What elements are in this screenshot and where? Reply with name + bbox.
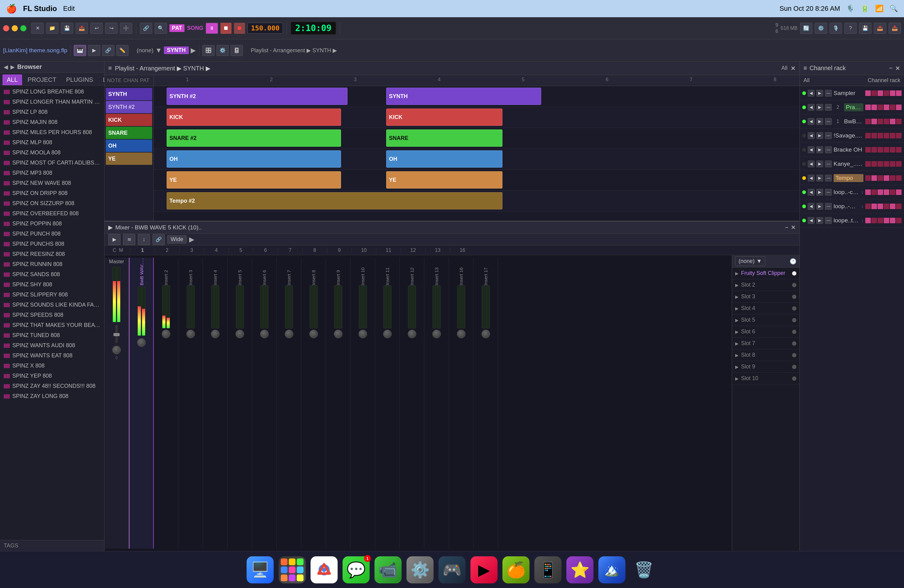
l8-btn2[interactable]: ▶ [816, 203, 823, 210]
tempo-pad5[interactable] [890, 175, 895, 181]
mixer-button[interactable]: 🎚️ [231, 45, 243, 56]
channel-rack-min[interactable]: − [889, 65, 893, 72]
slot8-dot[interactable] [792, 353, 797, 357]
slot2-dot[interactable] [792, 283, 797, 287]
browser-list-item[interactable]: SPINZ TUNED 808 [0, 330, 104, 340]
browser-list-item[interactable]: SPINZ MOST OF CARTI ADLIBS 808 [0, 158, 104, 168]
channel-savage[interactable]: ◀ ▶ — !Savage..Snare] [800, 128, 904, 143]
plugin-slot-7[interactable]: ▶ Slot 7 [732, 338, 800, 349]
browser-back[interactable]: ◀ [4, 64, 8, 70]
minimize-button[interactable] [12, 25, 18, 32]
browser-list-item[interactable]: SPINZ MP3 808 [0, 168, 104, 178]
dock-settings[interactable]: ⚙️ [406, 556, 433, 583]
mixer-link[interactable]: 🔗 [153, 234, 165, 245]
dock-steam[interactable]: 🎮 [438, 556, 466, 583]
dock-trash[interactable]: 🗑️ [631, 556, 657, 583]
browser-list-item[interactable]: SPINZ MAJIN 808 [0, 117, 104, 127]
kanye-btn3[interactable]: — [825, 161, 832, 167]
praise-btn3[interactable]: — [825, 104, 832, 111]
pattern-synth[interactable]: SYNTH [106, 88, 152, 100]
tempo-pad4[interactable] [884, 175, 889, 181]
synth-arrow[interactable]: ▶ [191, 46, 196, 54]
dock-facetime[interactable]: 📹 [375, 556, 401, 583]
plugin-slot-5[interactable]: ▶ Slot 5 [732, 314, 800, 326]
track4-block1[interactable]: OH [167, 150, 341, 168]
bwb-pad1[interactable] [865, 119, 871, 124]
kanye-pad2[interactable] [871, 161, 877, 167]
kanye-pad3[interactable] [877, 161, 883, 167]
l8-pad3[interactable] [877, 204, 883, 209]
praise-pad2[interactable] [871, 104, 877, 110]
lt-pad2[interactable] [871, 218, 877, 223]
browser-list-item[interactable]: SPINZ MOOLA 808 [0, 148, 104, 158]
slot9-dot[interactable] [792, 365, 797, 369]
pad2[interactable] [871, 90, 877, 96]
pad5[interactable] [890, 90, 895, 96]
browser-list-item[interactable]: SPINZ LP 808 [0, 107, 104, 117]
master-fader[interactable] [115, 325, 118, 343]
save-button[interactable]: 💾 [61, 23, 73, 34]
bracke-pad2[interactable] [871, 147, 877, 153]
kanye-pad4[interactable] [884, 161, 889, 167]
savage-btn2[interactable]: ▶ [816, 132, 823, 139]
bwb-btn1[interactable]: ◀ [808, 118, 814, 125]
track3-block1[interactable]: SNARE #2 [167, 130, 341, 147]
lc-pad1[interactable] [865, 190, 871, 195]
l8-pad6[interactable] [896, 204, 902, 209]
browser-list-item[interactable]: SPINZ SHY 808 [0, 280, 104, 290]
apple-icon[interactable]: 🍎 [6, 4, 17, 14]
lt-pad6[interactable] [896, 218, 902, 223]
metronome-button[interactable]: 🔄 [800, 23, 812, 34]
channel-praise[interactable]: ◀ ▶ — 2 Praise [800, 100, 904, 114]
kanye-pad6[interactable] [896, 161, 902, 167]
sampler-btn3[interactable]: — [825, 90, 832, 96]
plugin-slot-10[interactable]: ▶ Slot 10 [732, 373, 800, 384]
l8-btn1[interactable]: ◀ [808, 203, 814, 210]
praise-pad4[interactable] [884, 104, 889, 110]
pad1[interactable] [865, 90, 871, 96]
lc-pad4[interactable] [884, 190, 889, 195]
tempo-btn2[interactable]: ▶ [816, 175, 823, 182]
new-button[interactable]: ✕ [32, 23, 44, 34]
channel-bracke[interactable]: ◀ ▶ — Bracke OH [800, 143, 904, 157]
channel-settings[interactable]: ⚙️ [217, 45, 229, 56]
browser-list-item[interactable]: SPINZ POPPIN 808 [0, 219, 104, 229]
dock-chrome[interactable] [311, 556, 338, 583]
dock-photos[interactable]: 🏔️ [598, 556, 626, 583]
close-button[interactable] [3, 25, 9, 32]
dropdown-arrow[interactable]: ▼ [155, 46, 162, 54]
plugin-slot-6[interactable]: ▶ Slot 6 [732, 326, 800, 338]
browser-list-item[interactable]: SPINZ X 808 [0, 361, 104, 371]
channel-loope-that[interactable]: ◀ ▶ — loope..that ↕ [800, 213, 904, 228]
l8-pad5[interactable] [890, 204, 895, 209]
slot3-dot[interactable] [792, 295, 797, 299]
i5-knob[interactable] [235, 330, 244, 338]
mixer-snap[interactable]: ↕ [138, 234, 150, 245]
draw-button[interactable]: ✏️ [116, 45, 128, 56]
savage-pad1[interactable] [865, 133, 871, 138]
step-seq-button[interactable]: ▶ [88, 45, 100, 56]
save2-button[interactable]: 💾 [859, 23, 871, 34]
pause-button[interactable]: ⏸ [206, 23, 218, 34]
tab-plugins[interactable]: PLUGINS [62, 74, 98, 85]
praise-pad5[interactable] [890, 104, 895, 110]
browser-list-item[interactable]: SPINZ ZAY 48!! SECONDS!!! 808 [0, 381, 104, 391]
master-fader-thumb[interactable] [114, 333, 120, 336]
tab-all[interactable]: ALL [2, 74, 22, 85]
browser-list-item[interactable]: SPINZ SANDS 808 [0, 269, 104, 280]
lc-btn2[interactable]: ▶ [816, 189, 823, 196]
lt-pad3[interactable] [877, 218, 883, 223]
sampler-btn2[interactable]: ▶ [816, 90, 823, 96]
lt-btn2[interactable]: ▶ [816, 217, 823, 224]
channel-bwb[interactable]: ◀ ▶ — 1 BwB WA..(10)_2 [800, 114, 904, 128]
snap-button[interactable]: 🔗 [140, 23, 152, 34]
slot1-dot[interactable] [792, 271, 797, 275]
bwb-btn3[interactable]: — [825, 118, 832, 125]
plugin-picker[interactable]: 🎛️ [202, 45, 215, 56]
dock-iphone[interactable]: 📱 [534, 556, 561, 583]
praise-btn2[interactable]: ▶ [816, 104, 823, 111]
pattern-synth2[interactable]: SYNTH #2 [106, 101, 152, 113]
i12-knob[interactable] [408, 330, 416, 338]
browser-list-item[interactable]: SPINZ REESINZ 808 [0, 249, 104, 259]
browser-forward[interactable]: ▶ [11, 64, 15, 70]
